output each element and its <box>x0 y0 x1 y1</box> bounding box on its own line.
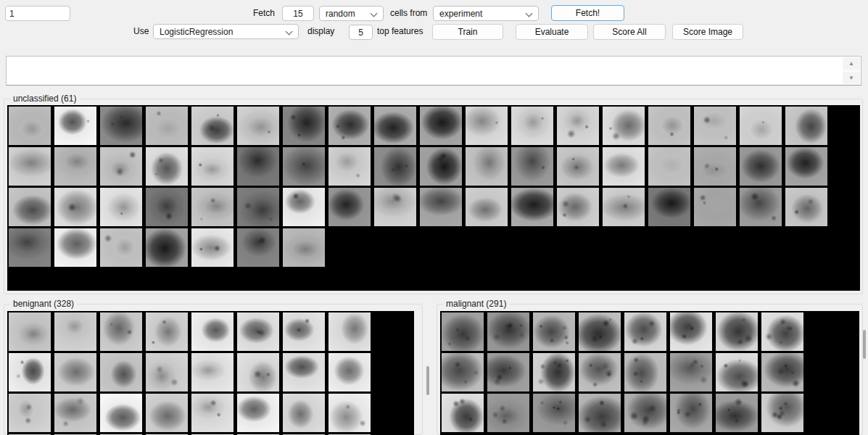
cell-image[interactable] <box>146 188 188 226</box>
cell-image[interactable] <box>328 107 371 145</box>
cell-image[interactable] <box>374 147 416 186</box>
cell-image[interactable] <box>466 107 508 145</box>
score-all-button[interactable]: Score All <box>593 24 666 40</box>
cell-image[interactable] <box>511 147 553 186</box>
cell-image[interactable] <box>694 147 736 186</box>
score-image-button[interactable]: Score Image <box>672 24 743 40</box>
cell-image[interactable] <box>146 107 188 145</box>
cell-image[interactable] <box>237 312 279 351</box>
cell-image[interactable] <box>716 353 758 392</box>
cell-image[interactable] <box>237 188 279 226</box>
cell-image[interactable] <box>785 188 827 226</box>
cell-image[interactable] <box>374 188 416 226</box>
cell-image[interactable] <box>740 107 782 145</box>
cell-image[interactable] <box>785 107 827 145</box>
cell-image[interactable] <box>533 353 575 392</box>
cell-image[interactable] <box>670 353 712 392</box>
cell-image[interactable] <box>511 107 553 145</box>
cell-image[interactable] <box>557 107 599 145</box>
cell-image[interactable] <box>191 188 233 226</box>
cell-image[interactable] <box>442 312 484 351</box>
cell-image[interactable] <box>487 394 529 432</box>
cell-image[interactable] <box>100 147 142 186</box>
cell-image[interactable] <box>191 353 233 392</box>
cell-image[interactable] <box>466 147 508 186</box>
cell-image[interactable] <box>100 394 142 432</box>
cell-image[interactable] <box>54 228 96 267</box>
cell-image[interactable] <box>603 147 645 186</box>
cell-image[interactable] <box>100 353 142 392</box>
cell-image[interactable] <box>579 353 621 392</box>
fetch-count-input[interactable] <box>282 6 314 21</box>
cell-image[interactable] <box>283 353 325 392</box>
cell-image[interactable] <box>579 394 621 432</box>
benignant-scrollbar-thumb[interactable] <box>426 366 429 395</box>
cell-image[interactable] <box>100 228 142 267</box>
classifier-select[interactable]: LogisticRegression <box>153 24 299 39</box>
cell-image[interactable] <box>100 188 142 226</box>
cell-image[interactable] <box>557 147 599 186</box>
cell-image[interactable] <box>54 394 96 432</box>
cell-image[interactable] <box>283 147 325 186</box>
cell-image[interactable] <box>191 107 233 145</box>
cell-image[interactable] <box>54 107 96 145</box>
cell-image[interactable] <box>603 107 645 145</box>
cell-image[interactable] <box>191 228 233 267</box>
cell-image[interactable] <box>761 312 803 351</box>
cell-image[interactable] <box>624 394 666 432</box>
cell-image[interactable] <box>100 312 142 351</box>
cell-image[interactable] <box>761 353 803 392</box>
cell-image[interactable] <box>670 312 712 351</box>
cell-image[interactable] <box>648 188 690 226</box>
cell-image[interactable] <box>9 353 51 392</box>
cell-image[interactable] <box>487 312 529 351</box>
cell-image[interactable] <box>487 353 529 392</box>
cell-image[interactable] <box>191 312 233 351</box>
train-button[interactable]: Train <box>432 24 503 40</box>
cell-image[interactable] <box>146 353 188 392</box>
scroll-up-button[interactable]: ▲ <box>843 57 860 70</box>
scroll-down-button[interactable]: ▼ <box>843 72 860 84</box>
cell-image[interactable] <box>283 188 325 226</box>
cell-image[interactable] <box>557 188 599 226</box>
cell-image[interactable] <box>9 107 51 145</box>
cell-image[interactable] <box>466 188 508 226</box>
cell-image[interactable] <box>9 228 51 267</box>
fetch-mode-select[interactable]: random <box>319 6 384 21</box>
cell-image[interactable] <box>283 107 325 145</box>
evaluate-button[interactable]: Evaluate <box>516 24 588 40</box>
cell-image[interactable] <box>328 312 371 351</box>
page-number-input[interactable] <box>5 6 70 21</box>
cell-image[interactable] <box>533 312 575 351</box>
cell-image[interactable] <box>9 188 51 226</box>
cell-image[interactable] <box>191 394 233 432</box>
cell-image[interactable] <box>670 394 712 432</box>
cell-image[interactable] <box>9 394 51 432</box>
cell-image[interactable] <box>9 147 51 186</box>
cell-image[interactable] <box>624 312 666 351</box>
cell-image[interactable] <box>283 394 325 432</box>
cell-image[interactable] <box>146 147 188 186</box>
cell-image[interactable] <box>420 107 462 145</box>
fetch-button[interactable]: Fetch! <box>551 5 624 21</box>
cell-image[interactable] <box>54 188 96 226</box>
cell-image[interactable] <box>761 394 803 432</box>
source-select[interactable]: experiment <box>433 6 539 21</box>
display-count-input[interactable] <box>349 25 373 40</box>
cell-image[interactable] <box>648 107 690 145</box>
cell-image[interactable] <box>442 353 484 392</box>
cell-image[interactable] <box>579 312 621 351</box>
cell-image[interactable] <box>146 394 188 432</box>
cell-image[interactable] <box>237 228 279 267</box>
cell-image[interactable] <box>100 107 142 145</box>
cell-image[interactable] <box>785 147 827 186</box>
cell-image[interactable] <box>9 312 51 351</box>
cell-image[interactable] <box>146 228 188 267</box>
output-textarea[interactable]: ▲ ▼ <box>6 56 861 86</box>
cell-image[interactable] <box>442 394 484 432</box>
cell-image[interactable] <box>624 353 666 392</box>
cell-image[interactable] <box>237 107 279 145</box>
cell-image[interactable] <box>740 188 782 226</box>
cell-image[interactable] <box>648 147 690 186</box>
cell-image[interactable] <box>603 188 645 226</box>
